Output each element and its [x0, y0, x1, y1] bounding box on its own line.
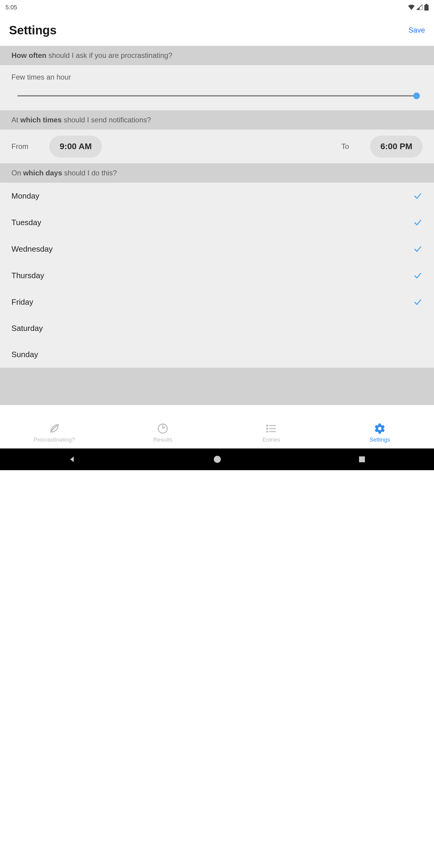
- status-time: 5:05: [5, 4, 17, 11]
- home-icon[interactable]: [213, 455, 221, 464]
- day-row-friday[interactable]: Friday: [0, 289, 235, 315]
- day-row-wednesday[interactable]: Wednesday: [0, 236, 235, 262]
- frequency-slider[interactable]: [18, 93, 235, 98]
- section-header-days: On which days should I do this?: [0, 163, 235, 183]
- day-row-sunday[interactable]: Sunday: [0, 341, 235, 368]
- tab-entries[interactable]: Entries: [217, 417, 235, 448]
- tab-procrastinating[interactable]: Procrastinating?: [0, 417, 108, 448]
- tab-label: Procrastinating?: [33, 436, 75, 443]
- back-icon[interactable]: [68, 455, 76, 464]
- times-panel: From 9:00 AM To 6:00 PM: [0, 130, 235, 163]
- frequency-value-label: Few times an hour: [11, 73, 235, 82]
- from-label: From: [11, 142, 28, 151]
- tab-label: Results: [153, 436, 172, 443]
- leaf-icon: [48, 423, 60, 435]
- day-label: Tuesday: [11, 218, 41, 227]
- section-header-frequency: How often should I ask if you are procra…: [0, 46, 235, 65]
- days-list: MondayTuesdayWednesdayThursdayFridaySatu…: [0, 183, 235, 368]
- tab-results[interactable]: Results: [108, 417, 217, 448]
- day-label: Sunday: [11, 350, 38, 359]
- empty-area: [0, 368, 235, 405]
- day-row-monday[interactable]: Monday: [0, 183, 235, 209]
- tab-bar: Procrastinating?ResultsEntriesSettings: [0, 417, 235, 448]
- system-nav-bar: [0, 448, 235, 470]
- day-label: Monday: [11, 191, 39, 201]
- day-label: Saturday: [11, 324, 43, 333]
- day-row-saturday[interactable]: Saturday: [0, 315, 235, 341]
- page-title: Settings: [9, 24, 57, 37]
- frequency-panel: Few times an hour: [0, 65, 235, 110]
- clock-icon: [157, 423, 169, 435]
- section-header-times: At which times should I send notificatio…: [0, 110, 235, 130]
- from-time-button[interactable]: 9:00 AM: [50, 135, 102, 157]
- day-label: Wednesday: [11, 244, 53, 254]
- svg-point-9: [214, 456, 221, 463]
- day-row-tuesday[interactable]: Tuesday: [0, 209, 235, 236]
- status-bar: 5:05: [0, 0, 235, 14]
- day-label: Thursday: [11, 271, 44, 280]
- app-bar: Settings Save: [0, 14, 235, 46]
- day-row-thursday[interactable]: Thursday: [0, 262, 235, 289]
- day-label: Friday: [11, 298, 33, 307]
